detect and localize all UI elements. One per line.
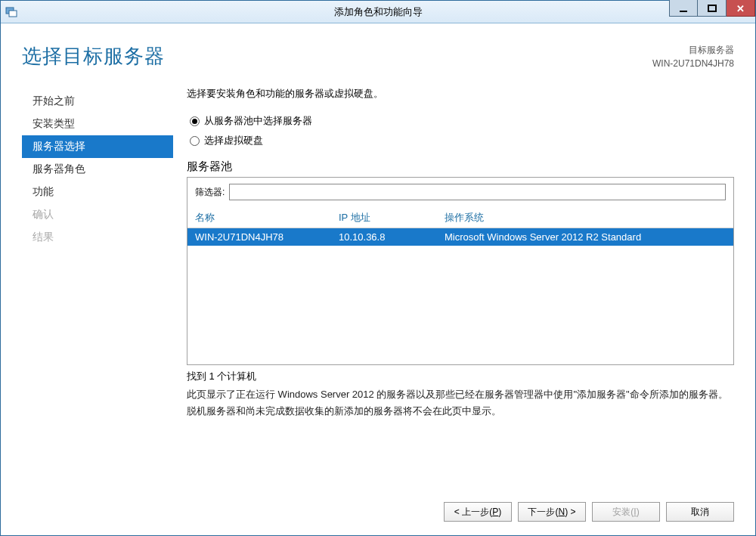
nav-confirmation: 确认 [22,203,173,226]
filter-label: 筛选器: [195,186,225,199]
previous-button[interactable]: < 上一步(P) [444,502,512,522]
col-header-os[interactable]: 操作系统 [445,211,726,225]
install-button: 安装(I) [592,502,660,522]
col-header-name[interactable]: 名称 [195,211,339,225]
filter-input[interactable] [229,184,726,200]
page-title: 选择目标服务器 [22,43,165,70]
nav-server-roles[interactable]: 服务器角色 [22,158,173,181]
radio-label: 选择虚拟硬盘 [204,134,263,147]
header: 选择目标服务器 目标服务器 WIN-2U71DN4JH78 [22,43,734,70]
nav-install-type[interactable]: 安装类型 [22,113,173,135]
cell-ip: 10.10.36.8 [339,231,445,243]
wizard-nav: 开始之前 安装类型 服务器选择 服务器角色 功能 确认 结果 [22,87,173,485]
next-button[interactable]: 下一步(N) > [518,502,586,522]
filter-row: 筛选器: [187,178,733,206]
cell-name: WIN-2U71DN4JH78 [195,231,339,243]
wizard-body: 选择目标服务器 目标服务器 WIN-2U71DN4JH78 开始之前 安装类型 … [1,23,755,535]
radio-icon [190,116,200,126]
main-panel: 选择要安装角色和功能的服务器或虚拟硬盘。 从服务器池中选择服务器 选择虚拟硬盘 … [187,87,734,485]
table-body: WIN-2U71DN4JH78 10.10.36.8 Microsoft Win… [187,228,733,364]
radio-select-from-pool[interactable]: 从服务器池中选择服务器 [190,114,734,128]
content: 开始之前 安装类型 服务器选择 服务器角色 功能 确认 结果 选择要安装角色和功… [22,87,734,485]
description-text: 此页显示了正在运行 Windows Server 2012 的服务器以及那些已经… [187,386,734,420]
cancel-button[interactable]: 取消 [666,502,734,522]
window-controls [669,1,755,23]
app-icon [5,6,20,18]
window-title: 添加角色和功能向导 [1,5,755,19]
server-pool-label: 服务器池 [187,160,734,174]
radio-icon [190,136,200,146]
destination-info: 目标服务器 WIN-2U71DN4JH78 [652,43,734,70]
minimize-button[interactable] [669,0,698,17]
svg-rect-1 [9,11,17,17]
titlebar: 添加角色和功能向导 [1,1,755,23]
instruction-text: 选择要安装角色和功能的服务器或虚拟硬盘。 [187,87,734,101]
radio-label: 从服务器池中选择服务器 [204,114,312,128]
table-row[interactable]: WIN-2U71DN4JH78 10.10.36.8 Microsoft Win… [187,228,733,246]
close-button[interactable] [727,0,755,17]
wizard-window: 添加角色和功能向导 选择目标服务器 目标服务器 WIN-2U71DN4JH78 … [0,0,756,536]
maximize-button[interactable] [698,0,727,17]
nav-before-you-begin[interactable]: 开始之前 [22,90,173,113]
nav-features[interactable]: 功能 [22,181,173,203]
radio-select-vhd[interactable]: 选择虚拟硬盘 [190,134,734,147]
cell-os: Microsoft Windows Server 2012 R2 Standar… [445,231,726,243]
nav-server-selection[interactable]: 服务器选择 [22,135,173,158]
server-pool-box: 筛选器: 名称 IP 地址 操作系统 WIN-2U71DN4JH78 10.10… [187,177,734,365]
nav-results: 结果 [22,226,173,249]
destination-label: 目标服务器 [652,43,734,57]
col-header-ip[interactable]: IP 地址 [339,211,445,225]
footer-buttons: < 上一步(P) 下一步(N) > 安装(I) 取消 [22,485,734,522]
table-header: 名称 IP 地址 操作系统 [187,206,733,228]
destination-server: WIN-2U71DN4JH78 [652,57,734,70]
found-count: 找到 1 个计算机 [187,370,734,383]
